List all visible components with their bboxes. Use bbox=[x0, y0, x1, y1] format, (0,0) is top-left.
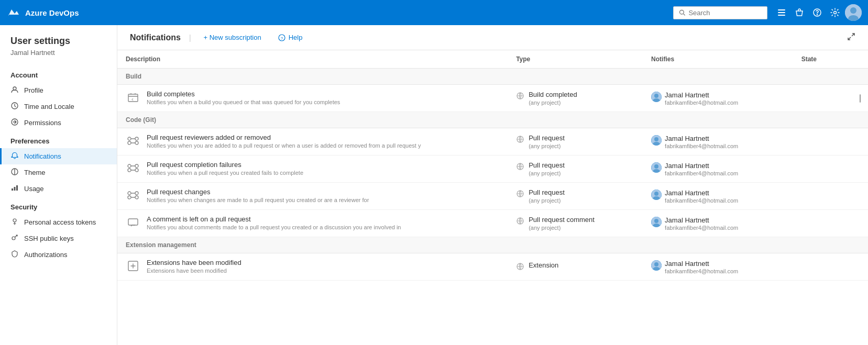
search-input[interactable] bbox=[688, 9, 762, 17]
usage-icon bbox=[10, 184, 19, 193]
svg-point-28 bbox=[128, 137, 131, 140]
sidebar-section-account: Account bbox=[0, 65, 117, 82]
type-scope: (any project) bbox=[529, 170, 565, 176]
sidebar-item-label: Profile bbox=[24, 86, 43, 94]
row-subtitle: Notifies you when a build you queued or … bbox=[147, 99, 340, 105]
svg-point-37 bbox=[135, 164, 138, 168]
notifies-cell: Jamal Hartnett fabrikamfiber4@hotmail.co… bbox=[643, 253, 793, 281]
nav-bag-icon[interactable] bbox=[792, 5, 807, 20]
svg-point-55 bbox=[654, 219, 658, 223]
state-cell[interactable] bbox=[793, 253, 868, 281]
top-nav: Azure DevOps bbox=[0, 0, 868, 25]
theme-icon bbox=[10, 168, 19, 177]
sidebar-item-profile[interactable]: Profile bbox=[0, 82, 117, 98]
type-info: Pull request (any project) bbox=[529, 134, 565, 149]
row-subtitle: Notifies you when you are added to a pul… bbox=[147, 142, 421, 149]
help-button[interactable]: ? Help bbox=[274, 31, 307, 43]
sidebar: User settings Jamal Hartnett Account Pro… bbox=[0, 25, 117, 345]
state-cell[interactable] bbox=[793, 128, 868, 155]
new-subscription-label: + New subscription bbox=[204, 34, 261, 41]
sidebar-item-label: Authorizations bbox=[24, 251, 67, 259]
table-row: Build completes Notifies you when a buil… bbox=[117, 85, 868, 112]
notifies-info: Jamal Hartnett fabrikamfiber4@hotmail.co… bbox=[665, 135, 738, 149]
sidebar-item-ssh[interactable]: SSH public keys bbox=[0, 230, 117, 247]
avatar[interactable] bbox=[845, 4, 862, 21]
table-section-header: Extension management bbox=[117, 237, 868, 253]
sidebar-item-label: Permissions bbox=[24, 119, 61, 127]
sidebar-section-preferences: Preferences bbox=[0, 131, 117, 148]
notifies-email: fabrikamfiber4@hotmail.com bbox=[665, 170, 738, 176]
sidebar-item-label: Theme bbox=[24, 169, 45, 176]
type-name: Pull request bbox=[529, 188, 565, 196]
help-icon: ? bbox=[278, 34, 285, 41]
sidebar-item-authorizations[interactable]: Authorizations bbox=[0, 247, 117, 263]
app-logo[interactable]: Azure DevOps bbox=[6, 5, 79, 20]
table-container: Description Type Notifies State Build Bu… bbox=[117, 50, 868, 345]
sidebar-item-theme[interactable]: Theme bbox=[0, 164, 117, 181]
svg-rect-18 bbox=[16, 185, 18, 191]
globe-icon bbox=[516, 217, 524, 225]
notifies-info: Jamal Hartnett fabrikamfiber4@hotmail.co… bbox=[665, 189, 738, 204]
sidebar-item-label: SSH public keys bbox=[24, 235, 74, 242]
page-header: Notifications | + New subscription ? Hel… bbox=[117, 25, 868, 50]
sidebar-item-time-locale[interactable]: Time and Locale bbox=[0, 98, 117, 115]
row-icon bbox=[126, 135, 140, 150]
desc-cell: Build completes Notifies you when a buil… bbox=[117, 85, 508, 112]
nav-settings-icon[interactable] bbox=[827, 5, 843, 20]
notifies-info: Jamal Hartnett fabrikamfiber4@hotmail.co… bbox=[665, 162, 738, 176]
type-name: Pull request comment bbox=[529, 216, 595, 224]
search-icon bbox=[679, 9, 685, 16]
type-cell: Pull request (any project) bbox=[508, 128, 643, 155]
sidebar-item-usage[interactable]: Usage bbox=[0, 181, 117, 197]
state-cell[interactable] bbox=[793, 85, 868, 112]
svg-point-26 bbox=[654, 94, 658, 98]
notifies-info: Jamal Hartnett fabrikamfiber4@hotmail.co… bbox=[665, 216, 738, 231]
type-cell: Pull request (any project) bbox=[508, 183, 643, 210]
state-cell[interactable] bbox=[793, 183, 868, 210]
table-section-header: Build bbox=[117, 69, 868, 85]
state-cell[interactable] bbox=[793, 210, 868, 237]
type-name: Pull request bbox=[529, 161, 565, 169]
sidebar-item-label: Personal access tokens bbox=[24, 218, 96, 226]
nav-help-icon[interactable] bbox=[809, 5, 825, 20]
type-info: Build completed (any project) bbox=[529, 91, 577, 106]
svg-point-7 bbox=[817, 15, 818, 15]
type-scope: (any project) bbox=[529, 197, 565, 204]
table-row: Pull request completion failures Notifie… bbox=[117, 155, 868, 183]
expand-button[interactable] bbox=[847, 32, 855, 43]
sidebar-item-pat[interactable]: Personal access tokens bbox=[0, 214, 117, 230]
type-globe bbox=[516, 135, 524, 145]
globe-icon bbox=[516, 262, 524, 271]
pat-icon bbox=[10, 218, 19, 227]
svg-line-2 bbox=[684, 14, 685, 15]
notifies-email: fabrikamfiber4@hotmail.com bbox=[665, 225, 738, 231]
svg-point-60 bbox=[654, 262, 658, 266]
sidebar-item-notifications[interactable]: Notifications bbox=[0, 148, 117, 164]
page-title: Notifications bbox=[130, 33, 181, 42]
notifies-email: fabrikamfiber4@hotmail.com bbox=[665, 197, 738, 204]
search-box[interactable] bbox=[673, 6, 767, 19]
col-header-notifies: Notifies bbox=[643, 50, 793, 69]
row-icon bbox=[126, 189, 140, 204]
table-row: Pull request changes Notifies you when c… bbox=[117, 183, 868, 210]
svg-rect-16 bbox=[12, 188, 13, 191]
globe-icon bbox=[516, 190, 524, 198]
svg-rect-5 bbox=[778, 15, 785, 16]
globe-icon bbox=[516, 92, 524, 100]
notifies-cell: Jamal Hartnett fabrikamfiber4@hotmail.co… bbox=[643, 210, 793, 237]
svg-point-10 bbox=[850, 7, 856, 14]
sidebar-title: User settings bbox=[0, 36, 117, 49]
new-subscription-button[interactable]: + New subscription bbox=[200, 31, 266, 43]
state-cell[interactable] bbox=[793, 155, 868, 183]
nav-icons bbox=[774, 4, 862, 21]
desc-cell: Extensions have been modified Extensions… bbox=[117, 253, 508, 281]
sidebar-item-permissions[interactable]: Permissions bbox=[0, 115, 117, 131]
notifies-cell: Jamal Hartnett fabrikamfiber4@hotmail.co… bbox=[643, 155, 793, 183]
svg-point-29 bbox=[135, 137, 138, 140]
type-name: Pull request bbox=[529, 134, 565, 142]
type-info: Pull request (any project) bbox=[529, 161, 565, 176]
row-icon bbox=[126, 260, 140, 275]
row-title: Pull request reviewers added or removed bbox=[147, 133, 421, 141]
desc-main: Pull request changes Notifies you when c… bbox=[147, 188, 369, 203]
nav-list-icon[interactable] bbox=[774, 5, 789, 20]
